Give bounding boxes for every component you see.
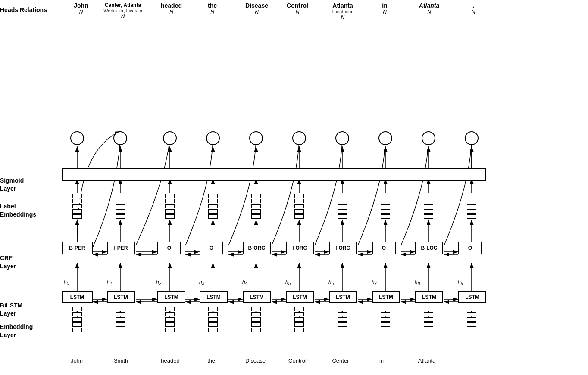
bottom-word-2: headed [155, 357, 185, 364]
crf-col-0: B-PER [62, 242, 93, 254]
emb-col-3 [208, 307, 218, 332]
h-label-0: h0 [64, 279, 69, 286]
emb-col-1 [116, 307, 125, 332]
circle-col-6 [335, 131, 349, 145]
emb-col-4 [251, 307, 261, 332]
lstm-col-4: LSTM [243, 291, 271, 303]
diagram: Heads Relations SigmoidLayer LabelEmbedd… [0, 0, 588, 375]
lstm-col-9: LSTM [458, 291, 486, 303]
header-col-0: John N [68, 2, 94, 15]
crf-col-9: O [458, 242, 482, 254]
emb-col-0 [72, 307, 82, 332]
header-col-9: . N [465, 2, 482, 15]
lstm-col-2: LSTM [157, 291, 185, 303]
lstm-col-1: LSTM [107, 291, 135, 303]
label-embed-col-4 [251, 194, 261, 219]
lstm-col-3: LSTM [200, 291, 228, 303]
emb-col-5 [294, 307, 304, 332]
header-col-5: Control N [282, 2, 313, 15]
emb-col-2 [165, 307, 175, 332]
header-col-3: the N [200, 2, 224, 15]
circle-col-5 [292, 131, 306, 145]
header-col-6: Atlanta Located in N [325, 2, 360, 20]
circle-col-8 [422, 131, 435, 145]
h-label-8: h8 [415, 279, 420, 286]
header-col-2: headed N [157, 2, 185, 15]
label-embed-col-1 [116, 194, 125, 219]
circle-col-7 [378, 131, 392, 145]
label-embed-col-7 [381, 194, 390, 219]
header-col-1: Center, Atlanta Works for, Lives in N [101, 2, 144, 19]
crf-col-3: O [200, 242, 223, 254]
crf-col-8: B-LOC [415, 242, 443, 254]
crf-col-5: I-ORG [286, 242, 314, 254]
circle-col-1 [113, 131, 127, 145]
bottom-word-0: John [64, 357, 90, 364]
crf-col-7: O [372, 242, 396, 254]
emb-col-7 [381, 307, 390, 332]
crf-col-6: I-ORG [329, 242, 357, 254]
label-sigmoid: SigmoidLayer [0, 168, 52, 193]
label-crf: CRFLayer [0, 245, 52, 271]
circle-col-9 [465, 131, 479, 145]
header-col-4: Disease N [241, 2, 273, 15]
label-heads-relations: Heads Relations [0, 6, 52, 15]
label-embed-col-3 [208, 194, 218, 219]
sigmoid-layer-box [62, 168, 486, 181]
h-label-7: h7 [372, 279, 377, 286]
label-embedding: EmbeddingLayer [0, 314, 52, 340]
crf-col-2: O [157, 242, 181, 254]
crf-col-4: B-ORG [243, 242, 271, 254]
lstm-col-6: LSTM [329, 291, 357, 303]
circle-col-0 [70, 131, 84, 145]
bottom-word-4: Disease [239, 357, 272, 364]
h-label-3: h3 [199, 279, 204, 286]
bottom-word-9: . [466, 357, 479, 364]
emb-col-6 [338, 307, 347, 332]
bottom-word-3: the [198, 357, 224, 364]
bottom-word-1: Smith [107, 357, 135, 364]
circle-col-4 [249, 131, 263, 145]
label-embed-col-5 [294, 194, 304, 219]
emb-col-9 [467, 307, 476, 332]
bottom-word-8: Atlanta [412, 357, 442, 364]
h-label-2: h2 [156, 279, 161, 286]
lstm-col-7: LSTM [372, 291, 400, 303]
h-label-4: h4 [242, 279, 247, 286]
label-label-embeddings: LabelEmbeddings [0, 194, 52, 219]
header-col-8: Atlanta N [413, 2, 445, 15]
crf-col-1: I-PER [107, 242, 135, 254]
bottom-word-6: Center [325, 357, 356, 364]
circle-col-3 [206, 131, 220, 145]
emb-col-8 [424, 307, 433, 332]
lstm-col-8: LSTM [415, 291, 443, 303]
bottom-word-5: Control [282, 357, 313, 364]
label-embed-col-2 [165, 194, 175, 219]
header-col-7: in N [373, 2, 397, 15]
lstm-col-0: LSTM [62, 291, 93, 303]
label-embed-col-0 [72, 194, 82, 219]
circle-col-2 [163, 131, 177, 145]
label-embed-col-8 [424, 194, 433, 219]
bottom-word-7: in [373, 357, 390, 364]
h-label-5: h5 [285, 279, 291, 286]
h-label-9: h9 [458, 279, 463, 286]
lstm-col-5: LSTM [286, 291, 314, 303]
h-label-6: h6 [328, 279, 334, 286]
arrows-svg [0, 0, 588, 375]
h-label-1: h1 [107, 279, 112, 286]
label-embed-col-9 [467, 194, 476, 219]
label-embed-col-6 [338, 194, 347, 219]
